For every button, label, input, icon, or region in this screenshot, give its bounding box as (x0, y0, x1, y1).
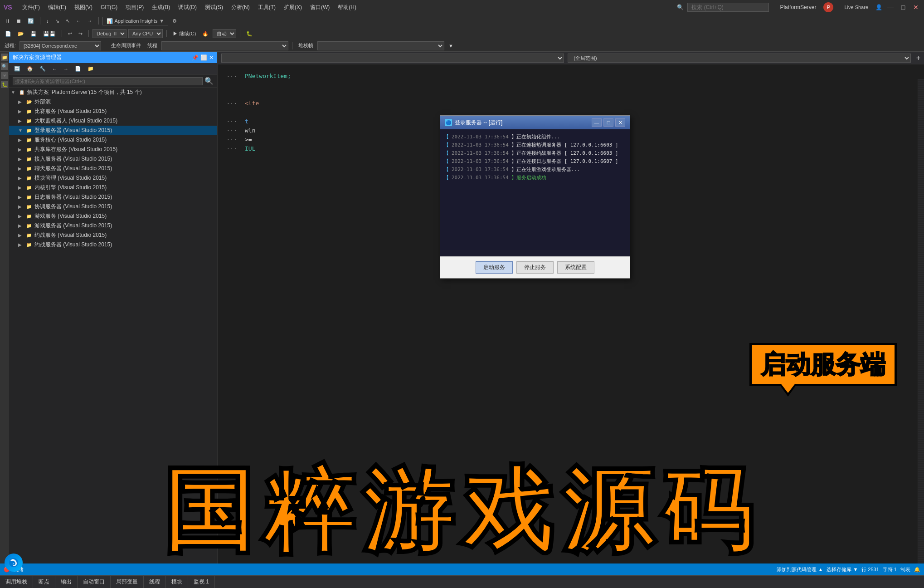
system-config-btn[interactable]: 系统配置 (557, 261, 594, 274)
stack-chevron[interactable]: ▼ (446, 42, 456, 50)
menu-file[interactable]: 文件(F) (19, 3, 44, 12)
add-to-source-btn[interactable]: 添加到源代码管理 ▲ (777, 566, 823, 573)
step-over[interactable]: ↓ (44, 17, 51, 25)
fire-btn[interactable]: 🔥 (200, 29, 211, 38)
save-btn[interactable]: 💾 (28, 29, 39, 38)
sidebar-pin-icon[interactable]: 📌 (192, 54, 199, 61)
sidebar-sync-btn[interactable]: 🔄 (12, 64, 23, 73)
scope-add-btn[interactable]: + (916, 54, 920, 62)
step-out[interactable]: ↖ (63, 17, 72, 25)
thread-btn[interactable]: 线程 (145, 41, 160, 50)
select-repo-btn[interactable]: 选择存储库 ▼ (827, 566, 858, 573)
search-input[interactable] (687, 3, 769, 12)
tree-item-access-server[interactable]: ▶ 📁 接入服务器 (Visual Studio 2015) (9, 154, 217, 164)
sidebar-filter-btn[interactable]: 🔧 (37, 64, 48, 73)
tree-item-shared-storage[interactable]: ▶ 📁 共享库存服务 (Visual Studio 2015) (9, 145, 217, 154)
activity-debug[interactable]: 🐛 (1, 81, 8, 88)
dialog-close-btn[interactable]: ✕ (615, 118, 625, 127)
tree-item-game-service[interactable]: ▶ 📁 游戏服务 (Visual Studio 2015) (9, 211, 217, 221)
sidebar-home-btn[interactable]: 🏠 (24, 64, 35, 73)
menu-test[interactable]: 测试(S) (201, 3, 227, 12)
cpu-dropdown[interactable]: Any CPU (128, 29, 163, 38)
menu-tools[interactable]: 工具(T) (254, 3, 279, 12)
dialog-maximize-btn[interactable]: □ (603, 118, 613, 127)
restart-btn[interactable]: 🔄 (25, 17, 36, 25)
debug-config-dropdown[interactable]: Debug_Il (92, 29, 126, 38)
activity-search[interactable]: 🔍 (1, 63, 8, 70)
undo-btn[interactable]: ↩ (66, 29, 74, 38)
tree-item-log-server[interactable]: ▶ 📁 日志服务器 (Visual Studio 2015) (9, 192, 217, 202)
tree-item-chat-server[interactable]: ▶ 📁 聊天服务器 (Visual Studio 2015) (9, 164, 217, 173)
scope-right-dropdown[interactable]: (全局范围) (568, 54, 910, 63)
settings-btn[interactable]: ⚙ (170, 17, 179, 25)
activity-solution-explorer[interactable]: 📁 (1, 54, 8, 61)
tree-item-battle-server[interactable]: ▶ 📁 约战服务器 (Visual Studio 2015) (9, 240, 217, 250)
open-btn[interactable]: 📂 (15, 29, 26, 38)
back-btn[interactable]: ← (74, 17, 83, 25)
tree-item-robot[interactable]: ▶ 📁 大联盟机器人 (Visual Studio 2015) (9, 116, 217, 126)
tab-modules[interactable]: 模块 (166, 576, 188, 588)
menu-build[interactable]: 生成(B) (148, 3, 174, 12)
tree-item-coord-server[interactable]: ▶ 📁 协调服务器 (Visual Studio 2015) (9, 202, 217, 211)
sidebar-header-controls[interactable]: 📌 ⬜ ✕ (192, 54, 214, 61)
tab-auto-window[interactable]: 自动窗口 (78, 576, 111, 588)
dialog-win-buttons[interactable]: — □ ✕ (592, 118, 625, 127)
minimize-button[interactable]: — (886, 4, 895, 11)
stackframe-dropdown[interactable] (317, 41, 444, 50)
menu-analyze[interactable]: 分析(N) (228, 3, 253, 12)
menu-edit[interactable]: 编辑(E) (44, 3, 70, 12)
menu-debug[interactable]: 调试(D) (175, 3, 200, 12)
sidebar-restore-icon[interactable]: ⬜ (200, 54, 207, 61)
app-insights-btn[interactable]: 📊 Application Insights ▼ (102, 17, 169, 25)
sidebar-search-input[interactable] (13, 77, 203, 85)
continue-btn[interactable]: ▶ 继续(C) (170, 29, 198, 39)
maximize-button[interactable]: □ (899, 4, 908, 11)
minimap[interactable] (918, 79, 924, 587)
menu-window[interactable]: 窗口(W) (306, 3, 333, 12)
notification-icon[interactable]: 🔔 (914, 567, 920, 573)
tree-item-module-mgmt[interactable]: ▶ 📁 模块管理 (Visual Studio 2015) (9, 173, 217, 183)
tree-item-service-core[interactable]: ▶ 📁 服务核心 (Visual Studio 2015) (9, 135, 217, 145)
login-server-dialog[interactable]: 🔵 登录服务器 -- [运行] — □ ✕ 【 2022-11-03 17:36… (440, 115, 630, 279)
process-dropdown[interactable]: [32804] Correspond.exe (19, 41, 101, 50)
activity-git[interactable]: ⑂ (1, 72, 8, 79)
solution-root[interactable]: ▼ 📋 解决方案 'PlatformServer'(15 个项目，共 15 个) (9, 88, 217, 97)
menu-git[interactable]: GIT(G) (97, 3, 121, 11)
lifecycle-btn[interactable]: 生命周期事件 (109, 41, 143, 50)
save-all-btn[interactable]: 💾💾 (41, 29, 58, 38)
edge-browser-icon[interactable] (5, 554, 23, 572)
tab-output[interactable]: 输出 (55, 576, 78, 588)
debug-toolbar-btn[interactable]: 🐛 (244, 29, 255, 38)
dialog-minimize-btn[interactable]: — (592, 118, 602, 127)
auto-dropdown[interactable]: 自动 (213, 29, 236, 38)
thread-dropdown[interactable] (161, 41, 288, 50)
tree-item-external[interactable]: ▶ 📂 外部源 (9, 97, 217, 107)
sidebar-fwd-btn[interactable]: → (61, 65, 71, 73)
sidebar-back-btn[interactable]: ← (50, 65, 59, 73)
tab-locals[interactable]: 局部变量 (111, 576, 144, 588)
tab-threads[interactable]: 线程 (144, 576, 166, 588)
tab-call-stack[interactable]: 调用堆栈 (0, 576, 33, 588)
stop-btn[interactable]: ⏹ (14, 17, 24, 25)
tab-watch1[interactable]: 监视 1 (188, 576, 215, 588)
menu-view[interactable]: 视图(V) (71, 3, 96, 12)
stop-service-btn[interactable]: 停止服务 (516, 261, 554, 274)
step-into[interactable]: ↘ (53, 17, 62, 25)
redo-btn[interactable]: ↪ (76, 29, 85, 38)
menu-extensions[interactable]: 扩展(X) (280, 3, 306, 12)
scope-left-dropdown[interactable] (221, 54, 564, 63)
sidebar-new-file-btn[interactable]: 📄 (73, 64, 83, 73)
tree-item-match-service[interactable]: ▶ 📁 比赛服务 (Visual Studio 2015) (9, 107, 217, 116)
stackframe-btn[interactable]: 堆栈帧 (296, 41, 316, 50)
sidebar-new-folder-btn[interactable]: 📁 (85, 64, 96, 73)
close-button[interactable]: ✕ (911, 4, 920, 11)
tree-item-battle-service[interactable]: ▶ 📁 约战服务 (Visual Studio 2015) (9, 230, 217, 240)
new-file-btn[interactable]: 📄 (3, 29, 14, 38)
sidebar-close-icon[interactable]: ✕ (209, 54, 214, 61)
window-controls[interactable]: Live Share 👤 — □ ✕ (841, 4, 920, 11)
fwd-btn[interactable]: → (85, 17, 95, 25)
menu-bar[interactable]: 文件(F) 编辑(E) 视图(V) GIT(G) 项目(P) 生成(B) 调试(… (19, 3, 360, 12)
tree-item-kernel[interactable]: ▶ 📁 内核引擎 (Visual Studio 2015) (9, 183, 217, 192)
pause-btn[interactable]: ⏸ (3, 17, 12, 25)
tree-item-game-server[interactable]: ▶ 📁 游戏服务器 (Visual Studio 2015) (9, 221, 217, 230)
